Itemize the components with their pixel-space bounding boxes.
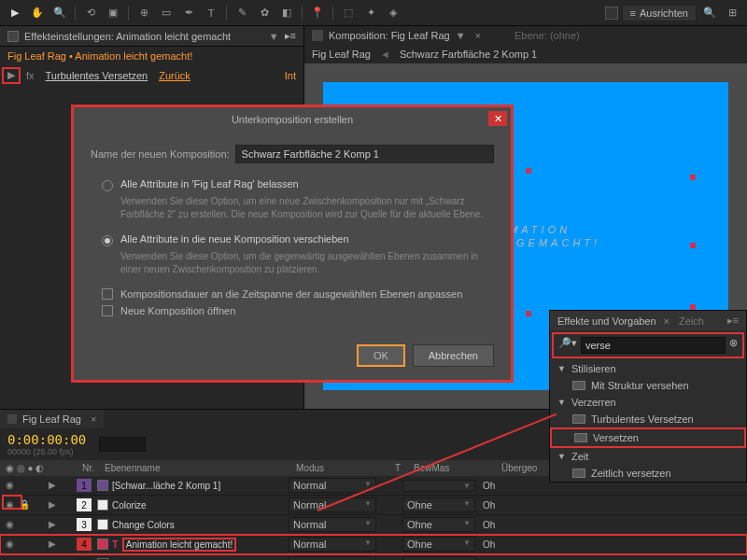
composition-name-input[interactable] (235, 145, 494, 163)
category-zeit[interactable]: ▼Zeit (550, 448, 746, 465)
name-label: Name der neuen Komposition: (91, 148, 230, 160)
radio-icon (102, 180, 113, 191)
category-stilisieren[interactable]: ▼Stilisieren (550, 360, 746, 377)
effect-controls-tab[interactable]: Effekteinstellungen: Animation leicht ge… (0, 26, 303, 47)
panel-icon (312, 30, 323, 41)
precompose-dialog: Unterkomposition erstellen ✕ Name der ne… (71, 105, 514, 383)
track-matte-dropdown[interactable]: Ohne▼ (402, 497, 475, 512)
layer-tab[interactable]: Ebene: (ohne) (514, 30, 580, 41)
cancel-button[interactable]: Abbrechen (413, 344, 494, 367)
option-move-attributes[interactable]: Alle Attribute in die neue Komposition v… (102, 233, 494, 246)
effect-breadcrumb: Fig Leaf Rag • Animation leicht gemacht! (0, 47, 303, 65)
track-matte-dropdown[interactable]: ▼ (402, 480, 475, 492)
align-icon: ≡ (630, 7, 636, 19)
zoom-tool-icon[interactable]: 🔍 (50, 4, 69, 22)
panel-icon (7, 31, 19, 42)
effect-item[interactable]: Turbulentes Versetzen (550, 411, 746, 427)
stamp-tool-icon[interactable]: ✿ (255, 4, 274, 22)
option-1-description: Verwenden Sie diese Option, um eine neue… (120, 195, 494, 220)
track-matte-dropdown[interactable]: Ohne▼ (402, 517, 475, 532)
panel-icon (7, 414, 17, 424)
pen-tool-icon[interactable]: ✒ (179, 4, 198, 22)
effect-name[interactable]: Turbulentes Versetzen (46, 70, 148, 81)
timeline-tab[interactable]: Fig Leaf Rag × (0, 410, 104, 428)
comp-tab[interactable]: Komposition: Fig Leaf Rag (329, 30, 450, 41)
pin-tool-icon[interactable]: 📍 (308, 4, 327, 22)
current-time[interactable]: 0:00:00:00 (7, 432, 86, 447)
brush-tool-icon[interactable]: ✎ (233, 4, 251, 22)
timeline-layer-row[interactable]: ◉🔒▶ 2 Colorize Normal▼ Ohne▼ Oh (0, 496, 747, 515)
timeline-layer-row[interactable]: ◉▶ 3 Change Colors Normal▼ Ohne▼ Oh (0, 515, 747, 535)
close-icon[interactable]: × (475, 30, 481, 41)
view-axis-icon[interactable]: ◈ (384, 4, 402, 22)
effects-panel-tab[interactable]: Effekte und Vorgaben (557, 315, 656, 327)
track-matte-dropdown[interactable]: Ohne▼ (402, 556, 475, 560)
timeline-search[interactable] (99, 437, 146, 452)
selection-tool-icon[interactable]: ▶ (6, 4, 24, 22)
timeline-layer-row[interactable]: ◉▶ 4 TAnimation leicht gemacht! Normal▼ … (0, 535, 747, 554)
category-verzerren[interactable]: ▼Verzerren (550, 394, 746, 411)
eraser-tool-icon[interactable]: ◧ (277, 4, 296, 22)
anchor-tool-icon[interactable]: ⊕ (134, 4, 153, 22)
hand-tool-icon[interactable]: ✋ (28, 4, 47, 22)
ok-button[interactable]: OK↖ (357, 344, 405, 367)
dialog-title: Unterkomposition erstellen ✕ (74, 107, 511, 132)
char-panel-tab[interactable]: Zeich (679, 315, 704, 327)
checkbox-icon (102, 288, 113, 300)
option-2-description: Verwenden Sie diese Option, um die gegen… (120, 250, 494, 275)
effect-icon (572, 381, 585, 390)
grid-icon[interactable]: ⊞ (723, 4, 741, 22)
comp-breadcrumb: Fig Leaf Rag ◄ Schwarz Farbfläche 2 Komp… (304, 45, 747, 63)
panel-menu-icon[interactable]: ▸≡ (727, 315, 739, 327)
align-button[interactable]: ≡Ausrichten (622, 5, 697, 21)
shape-tool-icon[interactable]: ▭ (157, 4, 176, 22)
adjust-duration-checkbox[interactable]: Kompositionsdauer an die Zeitspanne der … (102, 288, 494, 300)
close-icon[interactable]: × (664, 315, 669, 327)
clear-search-icon[interactable]: ⊗ (729, 337, 738, 354)
chevron-down-icon[interactable]: ▼ (269, 31, 279, 42)
local-axis-icon[interactable]: ⬚ (339, 4, 358, 22)
track-matte-dropdown[interactable]: Ohne▼ (402, 537, 475, 552)
checkbox-icon (102, 305, 113, 316)
search-icon[interactable]: 🔍 (700, 4, 719, 22)
annotation-box (2, 495, 22, 510)
text-tool-icon[interactable]: T (202, 4, 220, 22)
search-icon: 🔎▾ (558, 337, 577, 354)
blend-mode-dropdown[interactable]: Normal▼ (289, 556, 376, 560)
snap-checkbox[interactable] (605, 7, 618, 20)
panel-menu-icon[interactable]: ▸≡ (285, 30, 296, 42)
open-new-comp-checkbox[interactable]: Neue Komposition öffnen (102, 305, 494, 316)
effect-icon (574, 433, 587, 442)
effect-icon (572, 414, 585, 424)
blend-mode-dropdown[interactable]: Normal▼ (289, 537, 376, 552)
blend-mode-dropdown[interactable]: Normal▼ (289, 517, 376, 532)
effect-icon (572, 469, 585, 478)
rotate-tool-icon[interactable]: ⟲ (81, 4, 100, 22)
world-axis-icon[interactable]: ✦ (361, 4, 380, 22)
effect-row[interactable]: ▶ fx Turbulentes Versetzen Zurück Int (0, 65, 303, 85)
effect-reset[interactable]: Zurück (159, 70, 190, 81)
annotation-box (2, 67, 21, 84)
effect-item[interactable]: Mit Struktur versehen (550, 377, 746, 394)
effects-presets-panel: Effekte und Vorgaben × Zeich ▸≡ 🔎▾ ⊗ ▼St… (549, 310, 747, 483)
effect-item[interactable]: Zeitlich versetzen (550, 465, 746, 482)
close-button[interactable]: ✕ (488, 111, 507, 126)
effects-search-input[interactable] (581, 337, 726, 354)
camera-tool-icon[interactable]: ▣ (104, 4, 122, 22)
effect-item-versetzen[interactable]: Versetzen (550, 427, 746, 448)
option-leave-attributes[interactable]: Alle Attribute in 'Fig Leaf Rag' belasse… (102, 178, 494, 191)
effects-search-row: 🔎▾ ⊗ (552, 332, 744, 358)
close-icon[interactable]: × (91, 413, 96, 425)
frame-rate: 00000 (25.00 fps) (7, 447, 86, 456)
timeline-layer-row[interactable]: ◉▶ 5 [Schwarz Farbfläche 1] Normal▼ Ohne… (0, 554, 747, 560)
radio-icon (102, 235, 113, 246)
main-toolbar: ▶ ✋ 🔍 ⟲ ▣ ⊕ ▭ ✒ T ✎ ✿ ◧ 📍 ⬚ ✦ ◈ ≡Ausrich… (0, 0, 747, 26)
